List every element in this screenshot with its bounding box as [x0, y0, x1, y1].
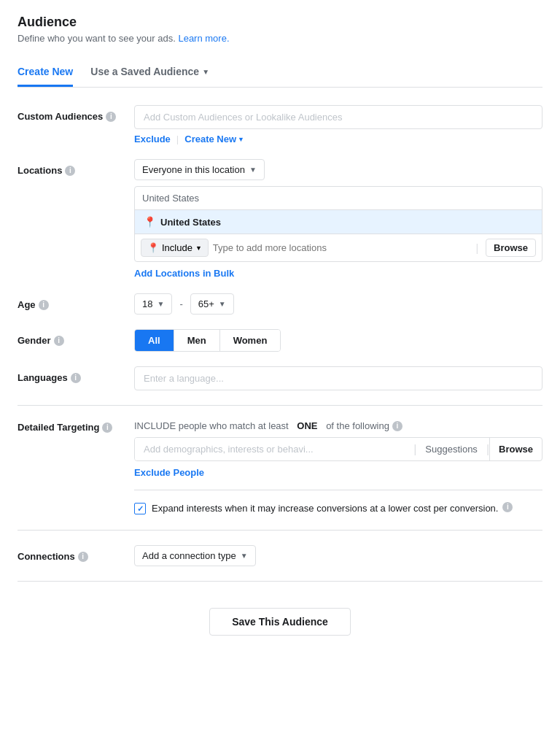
location-box: United States 📍 United States 📍 Include … [134, 186, 542, 262]
languages-content [134, 366, 542, 390]
expand-interests-checkbox[interactable]: ✓ [134, 503, 146, 514]
age-info-icon[interactable]: i [39, 300, 49, 310]
detailed-targeting-input[interactable] [135, 438, 413, 460]
learn-more-link[interactable]: Learn more. [178, 33, 229, 44]
connections-section: Connections i Add a connection type ▼ [18, 545, 542, 566]
exclude-people-link[interactable]: Exclude People [134, 467, 204, 478]
expand-interests-info-icon[interactable]: i [502, 502, 513, 512]
detailed-targeting-label: Detailed Targeting i [18, 420, 134, 433]
languages-label: Languages i [18, 366, 134, 383]
section-divider-3 [18, 581, 542, 582]
detailed-targeting-include-info-icon[interactable]: i [392, 421, 402, 431]
locations-chevron-icon: ▼ [249, 166, 257, 174]
languages-info-icon[interactable]: i [71, 373, 81, 383]
locations-content: Everyone in this location ▼ United State… [134, 159, 542, 279]
pin-icon-small: 📍 [147, 242, 159, 253]
languages-input[interactable] [134, 366, 542, 390]
pin-icon: 📍 [144, 216, 156, 228]
section-divider-2 [18, 530, 542, 531]
expand-interests-row: ✓ Expand interests when it may increase … [134, 490, 542, 515]
age-max-chevron-icon: ▼ [219, 300, 226, 308]
exclude-people-wrapper: Exclude People [134, 467, 542, 478]
tabs-container: Create New Use a Saved Audience ▼ [18, 58, 542, 88]
connections-content: Add a connection type ▼ [134, 545, 542, 566]
save-audience-button[interactable]: Save This Audience [209, 608, 351, 636]
custom-audiences-info-icon[interactable]: i [106, 112, 116, 122]
location-browse-button[interactable]: Browse [486, 239, 536, 257]
suggestions-button[interactable]: Suggestions [416, 438, 486, 460]
page-title-section: Audience Define who you want to see your… [18, 15, 542, 44]
detailed-targeting-info-icon[interactable]: i [102, 423, 112, 433]
locations-type-dropdown[interactable]: Everyone in this location ▼ [134, 159, 265, 180]
section-divider-1 [18, 405, 542, 406]
custom-audiences-input[interactable] [134, 105, 542, 129]
detailed-targeting-input-row: | Suggestions | Browse [134, 437, 542, 461]
age-min-chevron-icon: ▼ [157, 300, 164, 308]
include-dropdown[interactable]: 📍 Include ▼ [141, 239, 209, 257]
detailed-include-text: INCLUDE people who match at least ONE of… [134, 420, 542, 431]
save-button-container: Save This Audience [18, 596, 542, 653]
locations-info-icon[interactable]: i [65, 166, 75, 176]
age-content: 18 ▼ - 65+ ▼ [134, 293, 542, 315]
custom-audiences-label: Custom Audiences i [18, 105, 134, 122]
gender-toggle-group: All Men Women [134, 329, 281, 352]
languages-section: Languages i [18, 366, 542, 390]
locations-label: Locations i [18, 159, 134, 176]
page-title: Audience [18, 15, 542, 30]
detailed-targeting-browse-button[interactable]: Browse [489, 438, 542, 460]
connections-chevron-icon: ▼ [241, 552, 248, 560]
gender-section: Gender i All Men Women [18, 329, 542, 352]
chevron-down-icon: ▼ [202, 68, 209, 76]
chevron-down-icon-small: ▼ [238, 136, 244, 143]
detailed-targeting-section: Detailed Targeting i INCLUDE people who … [18, 420, 542, 515]
location-include-row: 📍 Include ▼ | Browse [135, 234, 542, 261]
add-bulk-link[interactable]: Add Locations in Bulk [134, 268, 234, 279]
tab-saved-audience[interactable]: Use a Saved Audience ▼ [90, 58, 209, 87]
include-chevron-icon: ▼ [195, 244, 202, 252]
gender-content: All Men Women [134, 329, 542, 352]
age-section: Age i 18 ▼ - 65+ ▼ [18, 293, 542, 315]
age-min-dropdown[interactable]: 18 ▼ [134, 293, 172, 315]
gender-men-button[interactable]: Men [174, 330, 220, 351]
custom-audiences-link-group: Exclude | Create New ▼ [134, 134, 542, 144]
gender-all-button[interactable]: All [135, 330, 174, 351]
location-search-area: United States [135, 187, 542, 210]
page-subtitle: Define who you want to see your ads. Lea… [18, 33, 542, 44]
checkmark-icon: ✓ [137, 504, 144, 514]
connections-info-icon[interactable]: i [78, 552, 88, 562]
location-type-input[interactable] [213, 239, 469, 256]
connections-dropdown[interactable]: Add a connection type ▼ [134, 545, 256, 566]
create-new-link-wrapper[interactable]: Create New ▼ [184, 134, 244, 144]
location-separator: | [472, 242, 481, 254]
gender-women-button[interactable]: Women [220, 330, 281, 351]
custom-audiences-section: Custom Audiences i Exclude | Create New … [18, 105, 542, 144]
add-bulk-link-wrapper: Add Locations in Bulk [134, 268, 542, 279]
gender-info-icon[interactable]: i [54, 336, 64, 346]
connections-label: Connections i [18, 545, 134, 562]
create-new-link: Create New [184, 134, 236, 144]
locations-section: Locations i Everyone in this location ▼ … [18, 159, 542, 279]
expand-interests-label: Expand interests when it may increase co… [152, 502, 513, 515]
link-separator: | [176, 134, 179, 144]
age-row: 18 ▼ - 65+ ▼ [134, 293, 542, 315]
custom-audiences-content: Exclude | Create New ▼ [134, 105, 542, 144]
gender-label: Gender i [18, 329, 134, 346]
location-tag: 📍 United States [135, 210, 542, 234]
exclude-link[interactable]: Exclude [134, 134, 171, 144]
age-label: Age i [18, 293, 134, 310]
detailed-targeting-content: INCLUDE people who match at least ONE of… [134, 420, 542, 515]
tab-create-new[interactable]: Create New [18, 58, 73, 87]
age-max-dropdown[interactable]: 65+ ▼ [190, 293, 234, 315]
age-separator: - [179, 298, 182, 309]
